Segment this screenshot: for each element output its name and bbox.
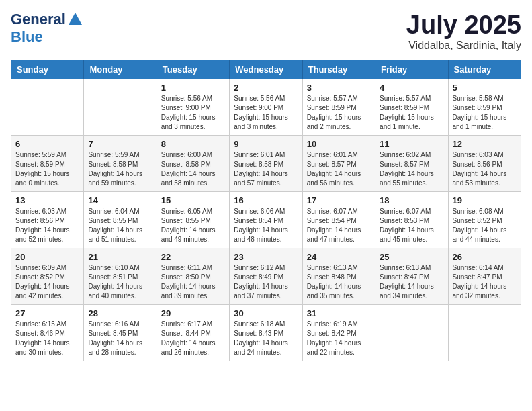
- cell-details: Sunrise: 6:07 AMSunset: 8:53 PMDaylight:…: [380, 207, 443, 244]
- cell-details: Sunrise: 6:09 AMSunset: 8:52 PMDaylight:…: [15, 263, 79, 301]
- calendar-cell: 6Sunrise: 5:59 AMSunset: 8:59 PMDaylight…: [11, 136, 84, 192]
- day-number: 27: [15, 308, 79, 318]
- day-number: 22: [161, 252, 225, 262]
- cell-details: Sunrise: 6:15 AMSunset: 8:46 PMDaylight:…: [15, 320, 79, 357]
- calendar-cell: [375, 305, 448, 361]
- location-title: Viddalba, Sardinia, Italy: [406, 40, 521, 52]
- day-number: 10: [307, 139, 371, 149]
- cell-details: Sunrise: 6:04 AMSunset: 8:55 PMDaylight:…: [88, 207, 152, 244]
- calendar-cell: [11, 79, 84, 136]
- cell-details: Sunrise: 5:56 AMSunset: 9:00 PMDaylight:…: [161, 94, 225, 132]
- calendar-header-row: SundayMondayTuesdayWednesdayThursdayFrid…: [11, 60, 521, 79]
- calendar-week-row: 27Sunrise: 6:15 AMSunset: 8:46 PMDayligh…: [11, 305, 521, 361]
- day-number: 31: [307, 308, 371, 318]
- calendar-cell: 8Sunrise: 6:00 AMSunset: 8:58 PMDaylight…: [157, 136, 229, 192]
- weekday-header: Friday: [375, 60, 448, 79]
- cell-details: Sunrise: 6:06 AMSunset: 8:54 PMDaylight:…: [234, 207, 298, 244]
- cell-details: Sunrise: 6:12 AMSunset: 8:49 PMDaylight:…: [234, 263, 298, 301]
- calendar-cell: [448, 305, 521, 361]
- calendar-cell: 3Sunrise: 5:57 AMSunset: 8:59 PMDaylight…: [302, 79, 375, 136]
- logo-triangle-icon: [69, 13, 82, 25]
- month-title: July 2025: [406, 11, 521, 40]
- cell-details: Sunrise: 6:03 AMSunset: 8:56 PMDaylight:…: [15, 207, 79, 244]
- cell-details: Sunrise: 5:59 AMSunset: 8:59 PMDaylight:…: [15, 150, 79, 188]
- day-number: 26: [453, 252, 517, 262]
- cell-details: Sunrise: 5:57 AMSunset: 8:59 PMDaylight:…: [380, 94, 443, 132]
- weekday-header: Monday: [84, 60, 157, 79]
- day-number: 28: [88, 308, 152, 318]
- weekday-header: Thursday: [302, 60, 375, 79]
- title-area: July 2025 Viddalba, Sardinia, Italy: [406, 11, 521, 52]
- calendar-cell: 15Sunrise: 6:05 AMSunset: 8:55 PMDayligh…: [157, 192, 229, 248]
- logo: General Blue: [11, 11, 82, 46]
- day-number: 2: [234, 83, 298, 93]
- logo-general-text: General: [11, 11, 66, 28]
- cell-details: Sunrise: 6:13 AMSunset: 8:47 PMDaylight:…: [380, 263, 443, 301]
- calendar-cell: 29Sunrise: 6:17 AMSunset: 8:44 PMDayligh…: [157, 305, 229, 361]
- calendar-table: SundayMondayTuesdayWednesdayThursdayFrid…: [11, 60, 521, 361]
- calendar-cell: 4Sunrise: 5:57 AMSunset: 8:59 PMDaylight…: [375, 79, 448, 136]
- cell-details: Sunrise: 6:01 AMSunset: 8:58 PMDaylight:…: [234, 150, 298, 188]
- cell-details: Sunrise: 6:19 AMSunset: 8:42 PMDaylight:…: [307, 320, 371, 357]
- page-header: General Blue July 2025 Viddalba, Sardini…: [11, 11, 521, 52]
- cell-details: Sunrise: 6:07 AMSunset: 8:54 PMDaylight:…: [307, 207, 371, 244]
- day-number: 7: [88, 139, 152, 149]
- calendar-cell: 1Sunrise: 5:56 AMSunset: 9:00 PMDaylight…: [157, 79, 229, 136]
- day-number: 21: [88, 252, 152, 262]
- cell-details: Sunrise: 6:08 AMSunset: 8:52 PMDaylight:…: [453, 207, 517, 244]
- day-number: 3: [307, 83, 371, 93]
- day-number: 17: [307, 195, 371, 205]
- cell-details: Sunrise: 6:13 AMSunset: 8:48 PMDaylight:…: [307, 263, 371, 301]
- cell-details: Sunrise: 5:56 AMSunset: 9:00 PMDaylight:…: [234, 94, 298, 132]
- cell-details: Sunrise: 6:01 AMSunset: 8:57 PMDaylight:…: [307, 150, 371, 188]
- day-number: 15: [161, 195, 225, 205]
- cell-details: Sunrise: 6:18 AMSunset: 8:43 PMDaylight:…: [234, 320, 298, 357]
- calendar-cell: 30Sunrise: 6:18 AMSunset: 8:43 PMDayligh…: [230, 305, 302, 361]
- day-number: 30: [234, 308, 298, 318]
- cell-details: Sunrise: 6:02 AMSunset: 8:57 PMDaylight:…: [380, 150, 443, 188]
- cell-details: Sunrise: 6:16 AMSunset: 8:45 PMDaylight:…: [88, 320, 152, 357]
- day-number: 6: [15, 139, 79, 149]
- calendar-cell: 20Sunrise: 6:09 AMSunset: 8:52 PMDayligh…: [11, 248, 84, 305]
- calendar-cell: 31Sunrise: 6:19 AMSunset: 8:42 PMDayligh…: [302, 305, 375, 361]
- day-number: 4: [380, 83, 443, 93]
- cell-details: Sunrise: 6:17 AMSunset: 8:44 PMDaylight:…: [161, 320, 225, 357]
- day-number: 11: [380, 139, 443, 149]
- cell-details: Sunrise: 6:05 AMSunset: 8:55 PMDaylight:…: [161, 207, 225, 244]
- calendar-cell: 9Sunrise: 6:01 AMSunset: 8:58 PMDaylight…: [230, 136, 302, 192]
- cell-details: Sunrise: 6:00 AMSunset: 8:58 PMDaylight:…: [161, 150, 225, 188]
- calendar-cell: 16Sunrise: 6:06 AMSunset: 8:54 PMDayligh…: [230, 192, 302, 248]
- day-number: 24: [307, 252, 371, 262]
- day-number: 20: [15, 252, 79, 262]
- calendar-week-row: 1Sunrise: 5:56 AMSunset: 9:00 PMDaylight…: [11, 79, 521, 136]
- calendar-cell: 13Sunrise: 6:03 AMSunset: 8:56 PMDayligh…: [11, 192, 84, 248]
- cell-details: Sunrise: 6:10 AMSunset: 8:51 PMDaylight:…: [88, 263, 152, 301]
- calendar-cell: 10Sunrise: 6:01 AMSunset: 8:57 PMDayligh…: [302, 136, 375, 192]
- day-number: 16: [234, 195, 298, 205]
- calendar-cell: 5Sunrise: 5:58 AMSunset: 8:59 PMDaylight…: [448, 79, 521, 136]
- weekday-header: Wednesday: [230, 60, 302, 79]
- cell-details: Sunrise: 6:14 AMSunset: 8:47 PMDaylight:…: [453, 263, 517, 301]
- weekday-header: Tuesday: [157, 60, 229, 79]
- calendar-cell: 2Sunrise: 5:56 AMSunset: 9:00 PMDaylight…: [230, 79, 302, 136]
- calendar-cell: 17Sunrise: 6:07 AMSunset: 8:54 PMDayligh…: [302, 192, 375, 248]
- calendar-cell: 23Sunrise: 6:12 AMSunset: 8:49 PMDayligh…: [230, 248, 302, 305]
- day-number: 13: [15, 195, 79, 205]
- calendar-cell: [84, 79, 157, 136]
- day-number: 19: [453, 195, 517, 205]
- calendar-cell: 19Sunrise: 6:08 AMSunset: 8:52 PMDayligh…: [448, 192, 521, 248]
- calendar-cell: 7Sunrise: 5:59 AMSunset: 8:58 PMDaylight…: [84, 136, 157, 192]
- weekday-header: Saturday: [448, 60, 521, 79]
- calendar-cell: 25Sunrise: 6:13 AMSunset: 8:47 PMDayligh…: [375, 248, 448, 305]
- cell-details: Sunrise: 6:03 AMSunset: 8:56 PMDaylight:…: [453, 150, 517, 188]
- day-number: 5: [453, 83, 517, 93]
- cell-details: Sunrise: 6:11 AMSunset: 8:50 PMDaylight:…: [161, 263, 225, 301]
- calendar-cell: 24Sunrise: 6:13 AMSunset: 8:48 PMDayligh…: [302, 248, 375, 305]
- cell-details: Sunrise: 5:57 AMSunset: 8:59 PMDaylight:…: [307, 94, 371, 132]
- day-number: 9: [234, 139, 298, 149]
- calendar-week-row: 6Sunrise: 5:59 AMSunset: 8:59 PMDaylight…: [11, 136, 521, 192]
- calendar-week-row: 20Sunrise: 6:09 AMSunset: 8:52 PMDayligh…: [11, 248, 521, 305]
- day-number: 14: [88, 195, 152, 205]
- calendar-cell: 27Sunrise: 6:15 AMSunset: 8:46 PMDayligh…: [11, 305, 84, 361]
- day-number: 12: [453, 139, 517, 149]
